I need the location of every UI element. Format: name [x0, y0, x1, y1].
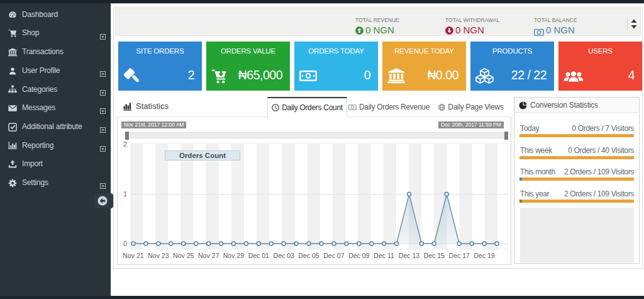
svg-text:Dec 07: Dec 07	[323, 252, 344, 259]
svg-text:2: 2	[123, 140, 126, 148]
svg-text:Dec 15: Dec 15	[423, 252, 444, 259]
svg-text:1: 1	[123, 190, 126, 198]
svg-text:Nov 21: Nov 21	[123, 252, 143, 259]
svg-text:0: 0	[123, 240, 126, 247]
svg-text:Dec 19: Dec 19	[474, 252, 494, 259]
svg-text:Nov 29: Nov 29	[223, 252, 243, 259]
svg-text:Dec 17: Dec 17	[448, 252, 469, 259]
svg-text:Dec 05: Dec 05	[298, 252, 319, 259]
svg-text:Nov 25: Nov 25	[173, 252, 194, 259]
svg-text:Dec 01: Dec 01	[248, 252, 269, 259]
svg-text:Dec 13: Dec 13	[398, 252, 419, 259]
svg-text:Dec 09: Dec 09	[348, 252, 369, 259]
svg-text:Nov 23: Nov 23	[148, 252, 169, 259]
svg-text:Dec 11: Dec 11	[374, 252, 394, 259]
svg-text:Nov 27: Nov 27	[197, 252, 218, 259]
svg-text:Dec 03: Dec 03	[273, 252, 294, 259]
